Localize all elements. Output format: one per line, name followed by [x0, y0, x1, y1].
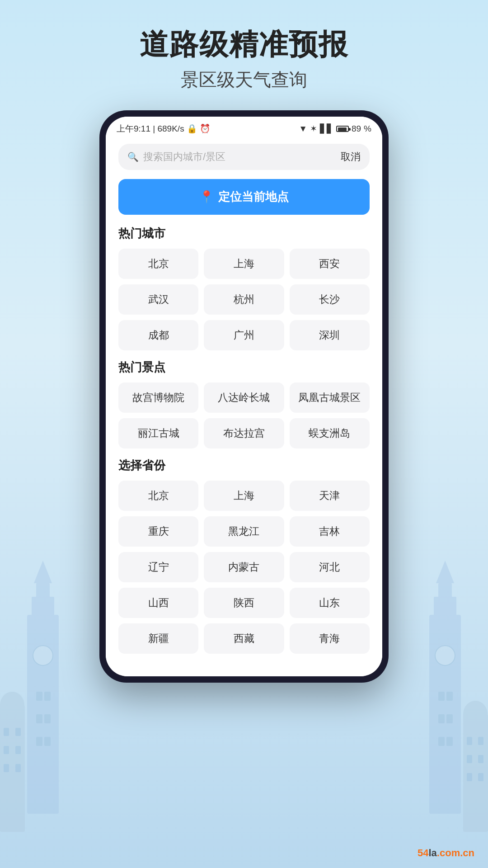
- province-tag[interactable]: 新疆: [118, 623, 198, 654]
- svg-rect-19: [429, 615, 461, 814]
- watermark-domain: .com.cn: [437, 847, 474, 859]
- status-network-speed: 689K/s: [157, 124, 184, 133]
- search-cancel-button[interactable]: 取消: [341, 150, 361, 164]
- battery-percent-symbol: %: [364, 124, 371, 134]
- search-icon: 🔍: [127, 151, 139, 162]
- province-tag[interactable]: 河北: [290, 552, 370, 582]
- svg-rect-9: [36, 737, 42, 746]
- province-tag[interactable]: 青海: [290, 623, 370, 654]
- header-subtitle: 景区级天气查询: [0, 67, 488, 92]
- status-icons: 🔒 ⏰: [187, 124, 211, 133]
- city-tag[interactable]: 西安: [290, 249, 370, 279]
- city-tag[interactable]: 武汉: [118, 284, 198, 315]
- svg-rect-26: [438, 714, 445, 723]
- svg-rect-14: [15, 728, 21, 736]
- svg-rect-32: [467, 737, 472, 745]
- status-time-network: 上午9:11 | 689K/s 🔒 ⏰: [117, 123, 211, 135]
- province-tag[interactable]: 山西: [118, 588, 198, 618]
- svg-point-4: [33, 646, 53, 665]
- header: 道路级精准预报 景区级天气查询: [0, 0, 488, 110]
- battery-percent: 89: [352, 124, 361, 134]
- watermark: 54la.com.cn: [418, 847, 474, 859]
- province-tag[interactable]: 西藏: [204, 623, 284, 654]
- province-tag[interactable]: 内蒙古: [204, 552, 284, 582]
- svg-rect-36: [467, 773, 472, 781]
- svg-rect-30: [463, 714, 488, 832]
- province-tag[interactable]: 重庆: [118, 516, 198, 547]
- svg-rect-17: [4, 764, 9, 772]
- province-tag[interactable]: 北京: [118, 481, 198, 511]
- status-right-icons: ▼ ✶ ▋▋ 89 %: [299, 123, 371, 134]
- city-silhouette-right: [384, 524, 488, 832]
- locate-button[interactable]: 📍 定位当前地点: [118, 179, 370, 215]
- svg-rect-33: [478, 737, 483, 745]
- province-tag[interactable]: 陕西: [204, 588, 284, 618]
- svg-rect-8: [44, 714, 51, 723]
- spot-tag[interactable]: 凤凰古城景区: [290, 382, 370, 413]
- svg-rect-37: [478, 773, 483, 781]
- city-tag[interactable]: 深圳: [290, 320, 370, 350]
- status-speed: |: [153, 124, 157, 133]
- hot-cities-grid: 北京上海西安武汉杭州长沙成都广州深圳: [118, 249, 370, 350]
- app-content: 🔍 搜索国内城市/景区 取消 📍 定位当前地点 热门城市 北京上海西安武汉杭州长…: [106, 138, 382, 676]
- bluetooth-icon: ✶: [310, 123, 317, 134]
- svg-rect-27: [446, 714, 453, 723]
- svg-rect-10: [44, 737, 51, 746]
- svg-rect-7: [36, 714, 42, 723]
- provinces-grid: 北京上海天津重庆黑龙江吉林辽宁内蒙古河北山西陕西山东新疆西藏青海: [118, 481, 370, 654]
- hot-spots-section: 热门景点 故宫博物院八达岭长城凤凰古城景区丽江古城布达拉宫蜈支洲岛: [118, 359, 370, 448]
- svg-rect-34: [467, 755, 472, 763]
- spot-tag[interactable]: 布达拉宫: [204, 418, 284, 448]
- watermark-logo: 54: [418, 847, 428, 859]
- svg-rect-15: [4, 746, 9, 754]
- city-silhouette-left: [0, 524, 104, 832]
- spot-tag[interactable]: 故宫博物院: [118, 382, 198, 413]
- svg-rect-25: [446, 692, 453, 701]
- city-tag[interactable]: 广州: [204, 320, 284, 350]
- svg-rect-29: [446, 737, 453, 746]
- watermark-mid: la: [429, 847, 437, 859]
- hot-spots-title: 热门景点: [118, 359, 370, 375]
- svg-rect-2: [36, 583, 50, 601]
- svg-rect-24: [438, 692, 445, 701]
- svg-point-31: [463, 701, 488, 728]
- city-tag[interactable]: 成都: [118, 320, 198, 350]
- phone-frame: 上午9:11 | 689K/s 🔒 ⏰ ▼ ✶ ▋▋ 89 %: [99, 110, 389, 683]
- spot-tag[interactable]: 蜈支洲岛: [290, 418, 370, 448]
- status-time: 上午9:11: [117, 124, 150, 133]
- province-tag[interactable]: 天津: [290, 481, 370, 511]
- city-tag[interactable]: 杭州: [204, 284, 284, 315]
- spot-tag[interactable]: 八达岭长城: [204, 382, 284, 413]
- hot-spots-grid: 故宫博物院八达岭长城凤凰古城景区丽江古城布达拉宫蜈支洲岛: [118, 382, 370, 448]
- svg-rect-0: [27, 615, 59, 814]
- svg-rect-35: [478, 755, 483, 763]
- search-placeholder[interactable]: 搜索国内城市/景区: [143, 150, 334, 164]
- hot-cities-section: 热门城市 北京上海西安武汉杭州长沙成都广州深圳: [118, 226, 370, 350]
- province-tag[interactable]: 上海: [204, 481, 284, 511]
- svg-point-12: [0, 692, 24, 719]
- svg-rect-28: [438, 737, 445, 746]
- province-tag[interactable]: 山东: [290, 588, 370, 618]
- province-tag[interactable]: 黑龙江: [204, 516, 284, 547]
- phone-screen: 上午9:11 | 689K/s 🔒 ⏰ ▼ ✶ ▋▋ 89 %: [106, 117, 382, 676]
- search-bar[interactable]: 🔍 搜索国内城市/景区 取消: [118, 144, 370, 170]
- svg-marker-3: [34, 561, 52, 583]
- spot-tag[interactable]: 丽江古城: [118, 418, 198, 448]
- province-tag[interactable]: 辽宁: [118, 552, 198, 582]
- provinces-title: 选择省份: [118, 458, 370, 473]
- battery-fill: [338, 127, 347, 131]
- svg-rect-21: [438, 583, 452, 601]
- svg-rect-13: [4, 728, 9, 736]
- city-tag[interactable]: 上海: [204, 249, 284, 279]
- locate-button-label: 定位当前地点: [218, 189, 289, 205]
- svg-rect-5: [36, 692, 42, 701]
- city-tag[interactable]: 北京: [118, 249, 198, 279]
- svg-rect-16: [15, 746, 21, 754]
- header-title: 道路级精准预报: [0, 27, 488, 62]
- svg-rect-6: [44, 692, 51, 701]
- battery-icon: [336, 126, 349, 132]
- status-bar: 上午9:11 | 689K/s 🔒 ⏰ ▼ ✶ ▋▋ 89 %: [106, 117, 382, 138]
- province-tag[interactable]: 吉林: [290, 516, 370, 547]
- city-tag[interactable]: 长沙: [290, 284, 370, 315]
- svg-rect-18: [15, 764, 21, 772]
